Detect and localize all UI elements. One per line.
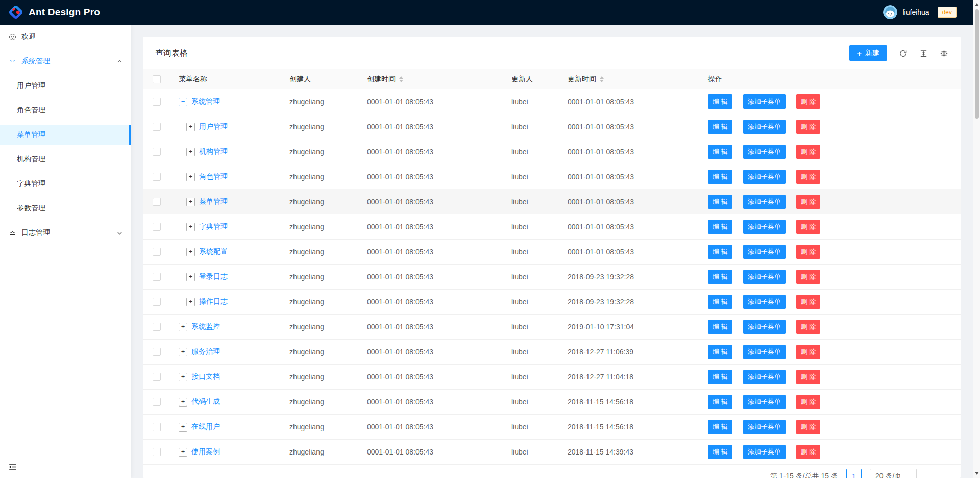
- delete-button[interactable]: 删 除: [796, 270, 821, 284]
- delete-button[interactable]: 删 除: [796, 145, 821, 159]
- edit-button[interactable]: 编 辑: [708, 395, 732, 409]
- menu-name-link[interactable]: 使用案例: [191, 447, 220, 457]
- expand-row-icon[interactable]: +: [179, 448, 187, 457]
- column-header-create-time[interactable]: 创建时间: [359, 75, 503, 84]
- menu-name-link[interactable]: 机构管理: [199, 147, 228, 156]
- menu-name-link[interactable]: 系统配置: [199, 247, 228, 256]
- add-submenu-button[interactable]: 添加子菜单: [743, 395, 786, 409]
- scrollbar-thumb[interactable]: [975, 9, 979, 119]
- delete-button[interactable]: 删 除: [796, 195, 821, 209]
- expand-row-icon[interactable]: +: [186, 123, 195, 131]
- add-submenu-button[interactable]: 添加子菜单: [743, 370, 786, 384]
- vertical-scrollbar[interactable]: [973, 0, 980, 478]
- edit-button[interactable]: 编 辑: [708, 345, 732, 359]
- row-checkbox[interactable]: [153, 323, 161, 331]
- logo[interactable]: Ant Design Pro: [8, 5, 100, 20]
- sidebar-item[interactable]: 系统管理: [0, 51, 131, 71]
- expand-row-icon[interactable]: +: [186, 273, 195, 281]
- expand-row-icon[interactable]: +: [179, 423, 187, 432]
- expand-row-icon[interactable]: +: [186, 148, 195, 156]
- row-checkbox[interactable]: [153, 148, 161, 156]
- menu-fold-icon[interactable]: [8, 462, 17, 473]
- add-submenu-button[interactable]: 添加子菜单: [743, 320, 786, 334]
- sidebar-item[interactable]: 字典管理: [0, 174, 131, 194]
- menu-name-link[interactable]: 角色管理: [199, 172, 228, 181]
- delete-button[interactable]: 删 除: [796, 320, 821, 334]
- expand-row-icon[interactable]: +: [186, 198, 195, 206]
- edit-button[interactable]: 编 辑: [708, 320, 732, 334]
- sidebar-item[interactable]: 欢迎: [0, 27, 131, 47]
- menu-name-link[interactable]: 服务治理: [191, 347, 220, 356]
- delete-button[interactable]: 删 除: [796, 370, 821, 384]
- expand-row-icon[interactable]: +: [186, 248, 195, 256]
- add-submenu-button[interactable]: 添加子菜单: [743, 345, 786, 359]
- edit-button[interactable]: 编 辑: [708, 295, 732, 309]
- page-size-select[interactable]: 20 条/页: [870, 469, 917, 478]
- row-checkbox[interactable]: [153, 373, 161, 381]
- delete-button[interactable]: 删 除: [796, 445, 821, 459]
- delete-button[interactable]: 删 除: [796, 395, 821, 409]
- edit-button[interactable]: 编 辑: [708, 170, 732, 184]
- delete-button[interactable]: 删 除: [796, 245, 821, 259]
- menu-name-link[interactable]: 菜单管理: [199, 197, 228, 206]
- expand-row-icon[interactable]: +: [179, 398, 187, 407]
- username[interactable]: liufeihua: [902, 8, 929, 16]
- row-checkbox[interactable]: [153, 348, 161, 356]
- row-checkbox[interactable]: [153, 223, 161, 231]
- delete-button[interactable]: 删 除: [796, 295, 821, 309]
- delete-button[interactable]: 删 除: [796, 170, 821, 184]
- menu-name-link[interactable]: 在线用户: [191, 422, 220, 432]
- add-submenu-button[interactable]: 添加子菜单: [743, 270, 786, 284]
- menu-name-link[interactable]: 用户管理: [199, 122, 228, 131]
- row-checkbox[interactable]: [153, 398, 161, 406]
- menu-name-link[interactable]: 接口文档: [191, 372, 220, 381]
- add-submenu-button[interactable]: 添加子菜单: [743, 195, 786, 209]
- reload-icon[interactable]: [899, 49, 908, 58]
- delete-button[interactable]: 删 除: [796, 220, 821, 234]
- add-submenu-button[interactable]: 添加子菜单: [743, 245, 786, 259]
- menu-name-link[interactable]: 字典管理: [199, 222, 228, 231]
- scroll-up-arrow-icon[interactable]: [973, 1, 980, 8]
- menu-name-link[interactable]: 操作日志: [199, 297, 228, 306]
- add-submenu-button[interactable]: 添加子菜单: [743, 170, 786, 184]
- row-checkbox[interactable]: [153, 98, 161, 106]
- row-checkbox[interactable]: [153, 298, 161, 306]
- edit-button[interactable]: 编 辑: [708, 445, 732, 459]
- edit-button[interactable]: 编 辑: [708, 94, 732, 109]
- menu-name-link[interactable]: 系统管理: [191, 97, 220, 106]
- row-checkbox[interactable]: [153, 198, 161, 206]
- menu-name-link[interactable]: 系统监控: [191, 322, 220, 331]
- row-checkbox[interactable]: [153, 123, 161, 131]
- add-submenu-button[interactable]: 添加子菜单: [743, 295, 786, 309]
- avatar[interactable]: [883, 5, 897, 19]
- select-all-checkbox[interactable]: [153, 75, 161, 83]
- sidebar-item[interactable]: 机构管理: [0, 149, 131, 170]
- menu-name-link[interactable]: 登录日志: [199, 272, 228, 281]
- delete-button[interactable]: 删 除: [796, 119, 821, 134]
- sidebar-item[interactable]: 用户管理: [0, 76, 131, 96]
- row-checkbox[interactable]: [153, 173, 161, 181]
- add-submenu-button[interactable]: 添加子菜单: [743, 420, 786, 434]
- add-submenu-button[interactable]: 添加子菜单: [743, 220, 786, 234]
- edit-button[interactable]: 编 辑: [708, 245, 732, 259]
- sidebar-item[interactable]: 角色管理: [0, 100, 131, 121]
- edit-button[interactable]: 编 辑: [708, 420, 732, 434]
- add-submenu-button[interactable]: 添加子菜单: [743, 94, 786, 109]
- row-checkbox[interactable]: [153, 273, 161, 281]
- row-checkbox[interactable]: [153, 248, 161, 256]
- sidebar-item[interactable]: 日志管理: [0, 223, 131, 243]
- delete-button[interactable]: 删 除: [796, 420, 821, 434]
- expand-row-icon[interactable]: +: [186, 298, 195, 306]
- add-submenu-button[interactable]: 添加子菜单: [743, 145, 786, 159]
- settings-icon[interactable]: [940, 49, 948, 58]
- menu-name-link[interactable]: 代码生成: [191, 397, 220, 407]
- add-submenu-button[interactable]: 添加子菜单: [743, 445, 786, 459]
- row-checkbox[interactable]: [153, 448, 161, 456]
- scroll-down-arrow-icon[interactable]: [973, 470, 980, 477]
- add-submenu-button[interactable]: 添加子菜单: [743, 119, 786, 134]
- pagination-page-1[interactable]: 1: [846, 469, 862, 478]
- row-checkbox[interactable]: [153, 423, 161, 431]
- expand-row-icon[interactable]: +: [186, 173, 195, 181]
- edit-button[interactable]: 编 辑: [708, 145, 732, 159]
- delete-button[interactable]: 删 除: [796, 94, 821, 109]
